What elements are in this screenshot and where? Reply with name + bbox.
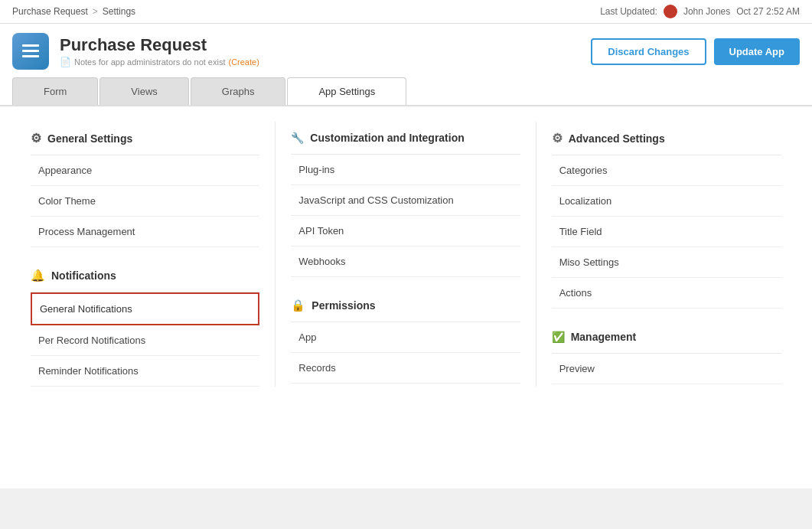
- bell-icon: [31, 269, 45, 282]
- app-notes: Notes for app administrators do not exis…: [60, 57, 259, 67]
- update-app-button[interactable]: Update App: [714, 38, 800, 65]
- main-content: General Settings Appearance Color Theme …: [0, 106, 812, 488]
- permissions-section: Permissions App Records: [291, 289, 520, 384]
- general-settings-header: General Settings: [31, 122, 259, 155]
- settings-col-2: Customization and Integration Plug-ins J…: [276, 122, 536, 387]
- color-theme-item[interactable]: Color Theme: [31, 186, 259, 217]
- svg-rect-0: [22, 44, 39, 47]
- breadcrumb-current: Settings: [103, 6, 135, 17]
- categories-item[interactable]: Categories: [552, 155, 781, 186]
- management-title: Management: [571, 331, 637, 343]
- app-title-area: Purchase Request Notes for app administr…: [60, 35, 259, 67]
- per-record-notifications-item[interactable]: Per Record Notifications: [31, 325, 259, 356]
- page-header: Purchase Request Notes for app administr…: [0, 24, 812, 106]
- records-permissions-item[interactable]: Records: [291, 353, 520, 384]
- notifications-title: Notifications: [51, 269, 116, 282]
- actions-item[interactable]: Actions: [552, 278, 781, 309]
- top-bar: Purchase Request > Settings Last Updated…: [0, 0, 812, 24]
- wrench-icon: [291, 131, 304, 145]
- tabs: Form Views Graphs App Settings: [12, 77, 800, 105]
- header-top: Purchase Request Notes for app administr…: [12, 33, 800, 70]
- advanced-icon: [552, 131, 563, 145]
- svg-rect-1: [22, 50, 39, 52]
- breadcrumb-sep: >: [93, 6, 98, 17]
- advanced-settings-title: Advanced Settings: [569, 132, 665, 145]
- lock-icon: [291, 299, 305, 312]
- management-icon: [552, 330, 565, 344]
- localization-item[interactable]: Localization: [552, 186, 781, 217]
- process-management-item[interactable]: Process Management: [31, 217, 259, 247]
- header-buttons: Discard Changes Update App: [591, 38, 800, 65]
- user-name: John Jones: [683, 6, 730, 17]
- timestamp: Oct 27 2:52 AM: [736, 6, 800, 17]
- customization-header: Customization and Integration: [291, 122, 520, 155]
- tab-graphs[interactable]: Graphs: [191, 77, 286, 105]
- title-field-item[interactable]: Title Field: [552, 217, 781, 247]
- reminder-notifications-item[interactable]: Reminder Notifications: [31, 356, 259, 387]
- settings-grid: General Settings Appearance Color Theme …: [15, 122, 797, 387]
- discard-changes-button[interactable]: Discard Changes: [591, 38, 706, 65]
- create-notes-link[interactable]: (Create): [228, 57, 259, 67]
- management-header: Management: [552, 321, 781, 354]
- webhooks-item[interactable]: Webhooks: [291, 247, 520, 277]
- breadcrumb-parent[interactable]: Purchase Request: [12, 6, 88, 17]
- js-css-item[interactable]: JavaScript and CSS Customization: [291, 185, 520, 216]
- header-left: Purchase Request Notes for app administr…: [12, 33, 259, 70]
- settings-col-1: General Settings Appearance Color Theme …: [15, 122, 276, 387]
- app-icon: [12, 33, 49, 70]
- notes-icon: [60, 57, 71, 67]
- general-settings-title: General Settings: [47, 132, 132, 145]
- customization-title: Customization and Integration: [310, 132, 464, 144]
- tab-app-settings[interactable]: App Settings: [287, 77, 406, 105]
- api-token-item[interactable]: API Token: [291, 216, 520, 247]
- breadcrumb: Purchase Request > Settings: [12, 6, 135, 17]
- notes-text: Notes for app administrators do not exis…: [74, 57, 225, 67]
- page-title: Purchase Request: [60, 35, 259, 55]
- appearance-item[interactable]: Appearance: [31, 155, 259, 186]
- tab-form[interactable]: Form: [12, 77, 98, 105]
- miso-settings-item[interactable]: Miso Settings: [552, 247, 781, 278]
- app-icon-svg: [20, 41, 41, 62]
- management-section: Management Preview: [552, 321, 781, 384]
- tab-views[interactable]: Views: [99, 77, 188, 105]
- notifications-section: Notifications General Notifications Per …: [31, 260, 259, 387]
- svg-rect-2: [22, 55, 39, 57]
- gear-icon: [31, 131, 41, 145]
- advanced-settings-header: Advanced Settings: [552, 122, 781, 155]
- permissions-header: Permissions: [291, 289, 520, 322]
- general-notifications-item[interactable]: General Notifications: [31, 292, 259, 325]
- settings-col-3: Advanced Settings Categories Localizatio…: [536, 122, 797, 387]
- plugins-item[interactable]: Plug-ins: [291, 155, 520, 185]
- app-permissions-item[interactable]: App: [291, 322, 520, 353]
- notifications-header: Notifications: [31, 260, 259, 292]
- last-updated-label: Last Updated:: [600, 6, 657, 17]
- preview-item[interactable]: Preview: [552, 354, 781, 384]
- permissions-title: Permissions: [311, 299, 375, 312]
- user-avatar: [664, 5, 677, 18]
- top-bar-right: Last Updated: John Jones Oct 27 2:52 AM: [600, 5, 800, 18]
